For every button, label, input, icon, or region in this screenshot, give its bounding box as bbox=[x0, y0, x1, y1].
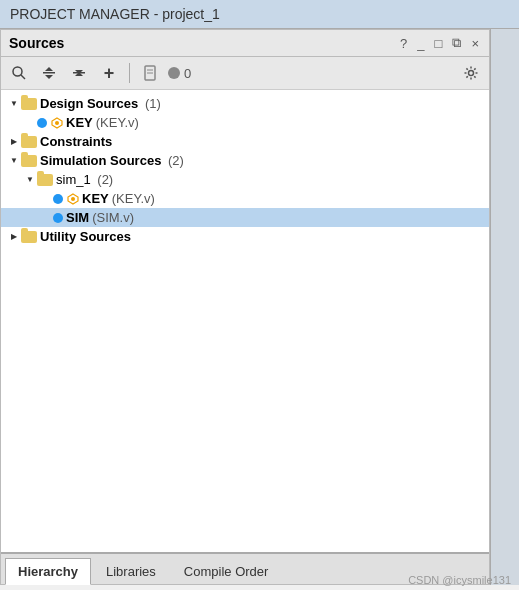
toolbar-divider bbox=[129, 63, 130, 83]
expand-all-button[interactable] bbox=[67, 61, 91, 85]
file-button[interactable] bbox=[138, 61, 162, 85]
folder-icon-design bbox=[21, 98, 37, 110]
title-separator: - bbox=[150, 6, 162, 22]
tree-area: Design Sources (1) KEY (KEY.v) bbox=[1, 90, 489, 552]
sim-sources-count: (2) bbox=[164, 153, 184, 168]
toolbar: + 0 bbox=[1, 57, 489, 90]
sim1-label: sim_1 bbox=[56, 172, 91, 187]
design-file-icon-key-sim bbox=[66, 192, 80, 206]
svg-point-11 bbox=[469, 71, 474, 76]
status-dot-key-sim bbox=[53, 194, 63, 204]
sim1-count: (2) bbox=[94, 172, 114, 187]
svg-line-1 bbox=[21, 75, 25, 79]
sim-sources-label: Simulation Sources bbox=[40, 153, 161, 168]
restore-icon[interactable]: □ bbox=[433, 35, 445, 52]
key-design-sublabel: (KEY.v) bbox=[96, 115, 139, 130]
project-name: project_1 bbox=[162, 6, 220, 22]
tree-item-key-sim[interactable]: KEY (KEY.v) bbox=[1, 189, 489, 208]
search-icon bbox=[11, 65, 27, 81]
design-sources-label: Design Sources bbox=[40, 96, 138, 111]
tree-item-utility-sources[interactable]: Utility Sources bbox=[1, 227, 489, 246]
folder-icon-sim bbox=[21, 155, 37, 167]
tree-item-key-design[interactable]: KEY (KEY.v) bbox=[1, 113, 489, 132]
tree-item-sim-file[interactable]: SIM (SIM.v) bbox=[1, 208, 489, 227]
sources-panel: Sources ? _ □ ⧉ × bbox=[0, 29, 490, 585]
tree-item-sim-sources[interactable]: Simulation Sources (2) bbox=[1, 151, 489, 170]
settings-button[interactable] bbox=[459, 61, 483, 85]
status-dot-sim-file bbox=[53, 213, 63, 223]
search-button[interactable] bbox=[7, 61, 31, 85]
right-panel bbox=[490, 29, 519, 585]
tab-libraries[interactable]: Libraries bbox=[93, 558, 169, 584]
minimize-icon[interactable]: _ bbox=[415, 35, 426, 52]
close-icon[interactable]: × bbox=[469, 35, 481, 52]
watermark: CSDN @icysmile131 bbox=[408, 574, 511, 586]
arrow-utility-sources bbox=[7, 230, 21, 244]
tree-item-constraints[interactable]: Constraints bbox=[1, 132, 489, 151]
svg-point-0 bbox=[13, 67, 22, 76]
gear-icon bbox=[463, 65, 479, 81]
tab-compile-order[interactable]: Compile Order bbox=[171, 558, 282, 584]
constraints-label: Constraints bbox=[40, 134, 112, 149]
svg-marker-3 bbox=[45, 67, 53, 71]
key-design-label: KEY bbox=[66, 115, 93, 130]
sim-file-label: SIM bbox=[66, 210, 89, 225]
svg-point-13 bbox=[55, 121, 59, 125]
popout-icon[interactable]: ⧉ bbox=[450, 34, 463, 52]
panel-header-icons: ? _ □ ⧉ × bbox=[398, 34, 481, 52]
app-title: PROJECT MANAGER bbox=[10, 6, 150, 22]
key-sim-label: KEY bbox=[82, 191, 109, 206]
collapse-all-icon bbox=[41, 65, 57, 81]
status-dot-toolbar bbox=[168, 67, 180, 79]
sim-file-sublabel: (SIM.v) bbox=[92, 210, 134, 225]
count-label: 0 bbox=[184, 66, 191, 81]
key-sim-sublabel: (KEY.v) bbox=[112, 191, 155, 206]
svg-rect-7 bbox=[73, 72, 85, 74]
add-button[interactable]: + bbox=[97, 61, 121, 85]
arrow-sim-sources bbox=[7, 154, 21, 168]
title-bar: PROJECT MANAGER - project_1 bbox=[0, 0, 519, 29]
tree-item-sim1[interactable]: sim_1 (2) bbox=[1, 170, 489, 189]
tab-hierarchy[interactable]: Hierarchy bbox=[5, 558, 91, 585]
design-sources-count: (1) bbox=[141, 96, 161, 111]
folder-icon-sim1 bbox=[37, 174, 53, 186]
svg-point-15 bbox=[71, 197, 75, 201]
expand-all-icon bbox=[71, 65, 87, 81]
design-file-icon-key bbox=[50, 116, 64, 130]
panel-title: Sources bbox=[9, 35, 64, 51]
arrow-constraints bbox=[7, 135, 21, 149]
svg-marker-4 bbox=[45, 75, 53, 79]
toolbar-count: 0 bbox=[168, 66, 191, 81]
arrow-design-sources bbox=[7, 97, 21, 111]
help-icon[interactable]: ? bbox=[398, 35, 409, 52]
panel-header: Sources ? _ □ ⧉ × bbox=[1, 30, 489, 57]
utility-sources-label: Utility Sources bbox=[40, 229, 131, 244]
status-dot-key-design bbox=[37, 118, 47, 128]
arrow-sim1 bbox=[23, 173, 37, 187]
collapse-all-button[interactable] bbox=[37, 61, 61, 85]
file-icon bbox=[142, 65, 158, 81]
tree-item-design-sources[interactable]: Design Sources (1) bbox=[1, 94, 489, 113]
folder-icon-constraints bbox=[21, 136, 37, 148]
folder-icon-utility bbox=[21, 231, 37, 243]
svg-rect-2 bbox=[43, 72, 55, 74]
